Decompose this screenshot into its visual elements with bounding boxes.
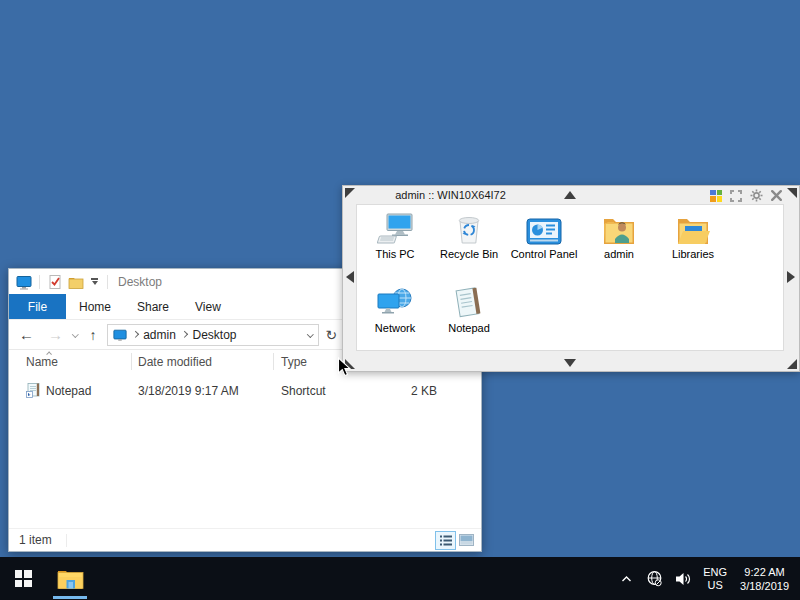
scroll-right-arrow-icon[interactable]: [787, 271, 795, 283]
taskbar-file-explorer-button[interactable]: [46, 557, 94, 600]
scroll-down-arrow-icon[interactable]: [564, 359, 576, 367]
breadcrumb-chevron[interactable]: [181, 331, 187, 337]
active-app-underline: [53, 596, 87, 599]
details-view-icon: [440, 535, 452, 546]
clock[interactable]: 9:22 AM 3/18/2019: [740, 565, 789, 593]
network-icon: [377, 287, 413, 319]
desktop-location-icon: [113, 328, 127, 342]
scroll-up-left-arrow-icon[interactable]: [345, 188, 355, 198]
file-row-notepad[interactable]: Notepad 3/18/2019 9:17 AM Shortcut 2 KB: [9, 380, 481, 402]
remote-window-controls: [710, 189, 782, 202]
icon-label: admin: [583, 248, 655, 260]
settings-gear-icon[interactable]: [750, 189, 763, 202]
file-date-modified: 3/18/2019 9:17 AM: [138, 384, 239, 398]
file-type: Shortcut: [281, 384, 326, 398]
language-indicator[interactable]: ENG US: [703, 566, 727, 592]
breadcrumb-chevron[interactable]: [132, 331, 138, 337]
icon-label: Libraries: [657, 248, 729, 260]
new-folder-icon[interactable]: [68, 274, 84, 290]
column-divider[interactable]: [131, 353, 132, 370]
network-globe-icon[interactable]: [646, 570, 663, 587]
recycle-bin-icon: [454, 211, 484, 245]
recent-locations-chevron[interactable]: [72, 331, 78, 337]
clock-time: 9:22 AM: [740, 565, 789, 579]
forward-button[interactable]: →: [48, 327, 63, 342]
large-icons-view-button[interactable]: [456, 531, 477, 550]
remote-icon-control-panel[interactable]: Control Panel: [508, 207, 580, 260]
scroll-down-right-arrow-icon[interactable]: [787, 359, 797, 369]
clock-date: 3/18/2019: [740, 579, 789, 593]
up-button[interactable]: ↑: [90, 328, 97, 342]
file-size: 2 KB: [369, 384, 437, 398]
close-icon[interactable]: [771, 190, 782, 201]
refresh-icon[interactable]: ↻: [326, 327, 338, 343]
notepad-icon: [452, 285, 486, 319]
tray-chevron-up-icon[interactable]: [620, 574, 633, 584]
properties-check-icon[interactable]: [47, 274, 63, 290]
taskbar: ENG US 9:22 AM 3/18/2019: [0, 557, 800, 600]
status-separator: [66, 534, 67, 547]
system-tray: ENG US 9:22 AM 3/18/2019: [620, 557, 800, 600]
libraries-icon: [676, 214, 710, 245]
titlebar-separator: [39, 275, 40, 289]
titlebar-separator: [107, 275, 108, 289]
scroll-up-right-arrow-icon[interactable]: [787, 188, 797, 198]
mouse-cursor: [337, 357, 352, 378]
control-panel-icon: [526, 218, 562, 245]
details-view-button[interactable]: [435, 531, 456, 550]
scroll-left-arrow-icon[interactable]: [346, 271, 354, 283]
item-count: 1 item: [19, 533, 52, 547]
breadcrumb-segment-admin[interactable]: admin: [143, 328, 176, 342]
start-button[interactable]: [0, 557, 46, 600]
notepad-shortcut-icon: [26, 383, 41, 398]
scroll-up-arrow-icon[interactable]: [564, 191, 576, 199]
remote-icon-libraries[interactable]: Libraries: [657, 207, 729, 260]
remote-icon-recycle-bin[interactable]: Recycle Bin: [433, 207, 505, 260]
address-dropdown-chevron[interactable]: [307, 331, 313, 337]
icon-label: Control Panel: [508, 248, 580, 260]
large-icons-view-icon: [459, 534, 474, 546]
this-pc-icon: [377, 213, 413, 245]
tab-view[interactable]: View: [182, 294, 234, 319]
breadcrumb-segment-desktop[interactable]: Desktop: [192, 328, 236, 342]
status-bar: 1 item: [9, 528, 481, 551]
remote-window-title: admin :: WIN10X64I72: [383, 189, 518, 201]
remote-desktop-view: This PC Recycle Bin C: [356, 204, 784, 351]
remote-icon-notepad[interactable]: Notepad: [433, 281, 505, 334]
icon-label: This PC: [359, 248, 431, 260]
file-explorer-icon: [57, 568, 84, 590]
remote-icon-this-pc[interactable]: This PC: [359, 207, 431, 260]
column-header-date-modified[interactable]: Date modified: [138, 355, 212, 369]
language-line2: US: [703, 579, 727, 592]
icon-label: Recycle Bin: [433, 248, 505, 260]
icon-label: Notepad: [433, 322, 505, 334]
remote-viewer-window: admin :: WIN10X64I72: [342, 185, 800, 372]
remote-icon-admin-folder[interactable]: admin: [583, 207, 655, 260]
language-line1: ENG: [703, 566, 727, 579]
icon-label: Network: [359, 322, 431, 334]
address-bar[interactable]: admin Desktop: [107, 324, 319, 346]
file-list: Notepad 3/18/2019 9:17 AM Shortcut 2 KB: [9, 373, 481, 402]
user-folder-icon: [602, 214, 636, 245]
column-divider[interactable]: [273, 353, 274, 370]
fullscreen-icon[interactable]: [730, 190, 742, 202]
windows-logo-icon[interactable]: [710, 190, 722, 202]
tab-file[interactable]: File: [9, 294, 66, 319]
column-header-name[interactable]: Name: [26, 355, 58, 369]
tab-share[interactable]: Share: [124, 294, 182, 319]
window-desktop-icon: [16, 274, 32, 290]
tab-home[interactable]: Home: [66, 294, 124, 319]
back-button[interactable]: ←: [19, 327, 34, 342]
windows-start-icon: [15, 570, 32, 587]
column-header-type[interactable]: Type: [281, 355, 307, 369]
customize-toolbar-chevron[interactable]: [91, 278, 98, 285]
explorer-window-title: Desktop: [118, 275, 162, 289]
volume-speaker-icon[interactable]: [675, 571, 693, 587]
file-name: Notepad: [46, 384, 91, 398]
remote-icon-network[interactable]: Network: [359, 281, 431, 334]
